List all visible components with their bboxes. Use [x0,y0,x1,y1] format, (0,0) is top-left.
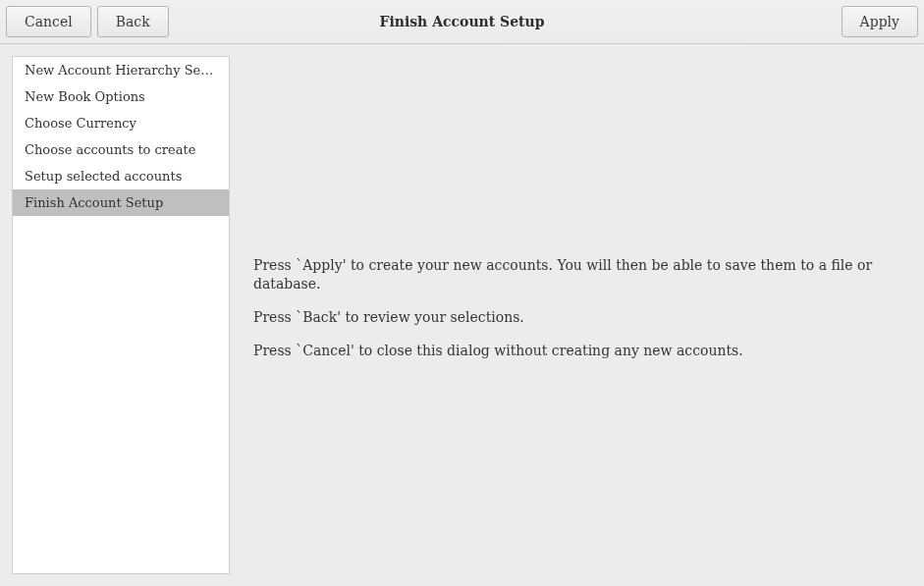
header-left-group: Cancel Back [6,6,169,37]
content-text: Press `Apply' to create your new account… [253,256,900,374]
cancel-button[interactable]: Cancel [6,6,91,37]
step-item-new-book-options[interactable]: New Book Options [13,83,229,110]
back-button[interactable]: Back [97,6,169,37]
content-paragraph: Press `Cancel' to close this dialog with… [253,342,900,361]
body-area: New Account Hierarchy Setup New Book Opt… [0,44,924,586]
step-item-finish-account-setup[interactable]: Finish Account Setup [13,189,229,216]
header-bar: Cancel Back Finish Account Setup Apply [0,0,924,44]
step-item-choose-accounts[interactable]: Choose accounts to create [13,136,229,163]
step-item-new-account-hierarchy[interactable]: New Account Hierarchy Setup [13,57,229,83]
header-right-group: Apply [842,6,918,37]
step-item-setup-selected-accounts[interactable]: Setup selected accounts [13,163,229,189]
assistant-window: Cancel Back Finish Account Setup Apply N… [0,0,924,586]
apply-button[interactable]: Apply [842,6,918,37]
content-pane: Press `Apply' to create your new account… [230,56,924,574]
content-paragraph: Press `Apply' to create your new account… [253,256,900,294]
steps-sidebar: New Account Hierarchy Setup New Book Opt… [12,56,230,574]
content-paragraph: Press `Back' to review your selections. [253,308,900,328]
step-item-choose-currency[interactable]: Choose Currency [13,110,229,136]
